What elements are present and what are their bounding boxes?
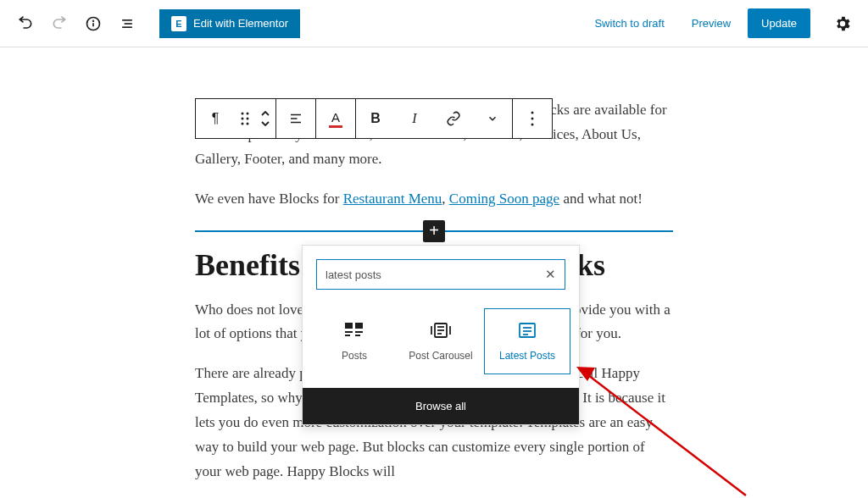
bold-button[interactable]: B [356,99,395,138]
settings-button[interactable] [827,8,858,39]
svg-point-6 [242,113,244,115]
search-input[interactable] [326,268,545,281]
block-inserter-popover: ✕ Posts Post Carousel Latest Posts Brows… [302,245,580,425]
block-toolbar: ¶ A B I [195,98,553,139]
svg-point-15 [531,112,534,114]
posts-icon [345,321,364,340]
paragraph[interactable]: We even have Blocks for Restaurant Menu,… [195,187,673,212]
svg-point-17 [531,124,534,126]
undo-button[interactable] [10,8,41,39]
add-block-button[interactable]: + [423,220,445,242]
content-link[interactable]: Coming Soon page [449,191,559,207]
svg-rect-21 [355,331,363,333]
update-button[interactable]: Update [748,8,810,38]
outline-button[interactable] [112,8,142,39]
drag-handle-icon[interactable] [235,99,255,138]
block-label: Latest Posts [499,350,555,362]
redo-button[interactable] [44,8,75,39]
elementor-label: Edit with Elementor [193,17,288,30]
svg-point-16 [531,118,534,120]
block-label: Posts [342,350,367,362]
browse-all-button[interactable]: Browse all [303,388,579,424]
block-label: Post Carousel [409,350,472,362]
info-button[interactable] [78,8,108,39]
svg-rect-23 [355,335,360,336]
svg-rect-20 [345,331,353,333]
italic-button[interactable]: I [395,99,434,138]
edit-with-elementor-button[interactable]: E Edit with Elementor [159,9,300,38]
svg-point-10 [242,123,244,125]
clear-search-icon[interactable]: ✕ [545,267,556,282]
svg-point-11 [247,123,249,125]
svg-point-8 [242,118,244,120]
link-button[interactable] [434,99,473,138]
align-button[interactable] [276,99,315,138]
more-rich-text-button[interactable] [473,99,512,138]
block-option-post-carousel[interactable]: Post Carousel [398,308,484,374]
elementor-icon: E [171,16,186,31]
block-option-posts[interactable]: Posts [311,308,398,374]
content-link[interactable]: Restaurant Menu [343,191,442,207]
switch-to-draft-button[interactable]: Switch to draft [584,10,674,36]
preview-button[interactable]: Preview [682,10,741,36]
svg-rect-19 [355,323,363,329]
svg-point-7 [247,113,249,115]
svg-rect-18 [345,323,353,329]
svg-point-9 [247,118,249,120]
insert-line: + [195,230,673,232]
more-options-button[interactable] [513,99,552,138]
paragraph-block-icon[interactable]: ¶ [196,99,235,138]
move-arrows[interactable] [255,99,275,138]
svg-point-2 [93,20,94,21]
text-color-button[interactable]: A [316,99,355,138]
svg-rect-22 [345,335,350,336]
post-carousel-icon [431,321,451,340]
latest-posts-icon [519,321,536,340]
block-option-latest-posts[interactable]: Latest Posts [484,308,570,374]
inserter-search: ✕ [316,259,565,290]
